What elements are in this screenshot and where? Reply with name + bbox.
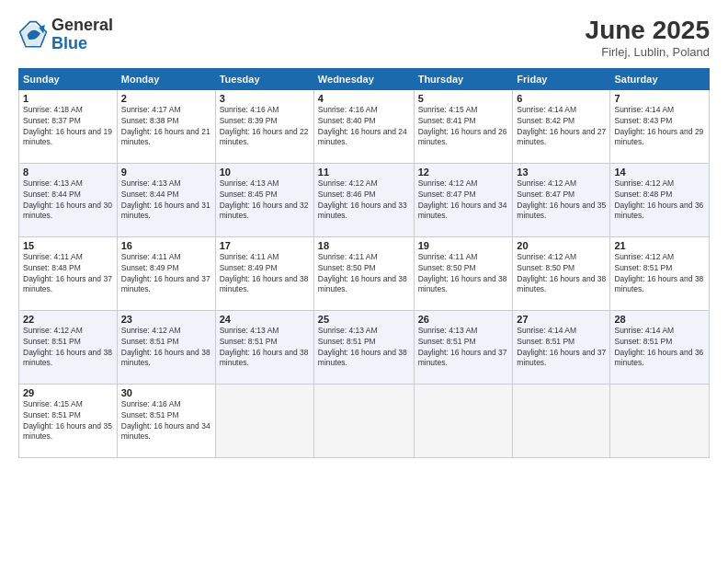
day-info: Sunrise: 4:11 AMSunset: 8:50 PMDaylight:… [418, 252, 509, 296]
calendar-cell: 26Sunrise: 4:13 AMSunset: 8:51 PMDayligh… [414, 310, 513, 384]
page-title: June 2025 [586, 17, 710, 45]
day-number: 29 [23, 387, 113, 398]
day-info: Sunrise: 4:12 AMSunset: 8:50 PMDaylight:… [517, 252, 606, 296]
day-info: Sunrise: 4:16 AMSunset: 8:39 PMDaylight:… [220, 105, 310, 149]
calendar-body: 1Sunrise: 4:18 AMSunset: 8:37 PMDaylight… [19, 89, 710, 457]
col-tuesday: Tuesday [215, 68, 313, 89]
day-info: Sunrise: 4:12 AMSunset: 8:51 PMDaylight:… [614, 252, 705, 296]
day-number: 7 [614, 93, 705, 104]
day-number: 4 [318, 93, 410, 104]
day-info: Sunrise: 4:15 AMSunset: 8:41 PMDaylight:… [418, 105, 509, 149]
calendar-week-row: 1Sunrise: 4:18 AMSunset: 8:37 PMDaylight… [19, 89, 710, 163]
calendar-week-row: 8Sunrise: 4:13 AMSunset: 8:44 PMDaylight… [19, 163, 710, 236]
calendar-cell: 19Sunrise: 4:11 AMSunset: 8:50 PMDayligh… [414, 236, 513, 310]
day-number: 20 [517, 240, 606, 251]
calendar-cell [414, 384, 513, 457]
page-subtitle: Firlej, Lublin, Poland [586, 45, 710, 59]
calendar-cell: 12Sunrise: 4:12 AMSunset: 8:47 PMDayligh… [414, 163, 513, 236]
day-info: Sunrise: 4:13 AMSunset: 8:44 PMDaylight:… [121, 178, 211, 223]
calendar-cell: 21Sunrise: 4:12 AMSunset: 8:51 PMDayligh… [610, 236, 710, 310]
day-info: Sunrise: 4:15 AMSunset: 8:51 PMDaylight:… [23, 399, 113, 443]
calendar-header: Sunday Monday Tuesday Wednesday Thursday… [19, 68, 710, 89]
calendar-cell: 14Sunrise: 4:12 AMSunset: 8:48 PMDayligh… [610, 163, 710, 236]
calendar-cell: 25Sunrise: 4:13 AMSunset: 8:51 PMDayligh… [313, 310, 414, 384]
logo-text: General Blue [51, 17, 113, 53]
day-info: Sunrise: 4:14 AMSunset: 8:51 PMDaylight:… [517, 326, 606, 370]
day-number: 27 [517, 314, 606, 325]
day-info: Sunrise: 4:12 AMSunset: 8:51 PMDaylight:… [121, 326, 211, 370]
col-wednesday: Wednesday [313, 68, 414, 89]
col-friday: Friday [513, 68, 610, 89]
day-info: Sunrise: 4:17 AMSunset: 8:38 PMDaylight:… [121, 105, 211, 149]
calendar-cell: 24Sunrise: 4:13 AMSunset: 8:51 PMDayligh… [215, 310, 313, 384]
calendar-cell: 22Sunrise: 4:12 AMSunset: 8:51 PMDayligh… [19, 310, 118, 384]
day-info: Sunrise: 4:13 AMSunset: 8:51 PMDaylight:… [418, 326, 509, 370]
day-number: 1 [23, 93, 113, 104]
day-info: Sunrise: 4:11 AMSunset: 8:49 PMDaylight:… [220, 252, 310, 296]
calendar-cell: 28Sunrise: 4:14 AMSunset: 8:51 PMDayligh… [610, 310, 710, 384]
calendar-cell: 27Sunrise: 4:14 AMSunset: 8:51 PMDayligh… [513, 310, 610, 384]
calendar-cell [313, 384, 414, 457]
day-info: Sunrise: 4:12 AMSunset: 8:51 PMDaylight:… [23, 326, 113, 370]
calendar-cell: 16Sunrise: 4:11 AMSunset: 8:49 PMDayligh… [117, 236, 215, 310]
calendar-cell: 6Sunrise: 4:14 AMSunset: 8:42 PMDaylight… [513, 89, 610, 163]
day-info: Sunrise: 4:12 AMSunset: 8:46 PMDaylight:… [318, 178, 410, 223]
calendar-cell: 8Sunrise: 4:13 AMSunset: 8:44 PMDaylight… [19, 163, 118, 236]
calendar-week-row: 29Sunrise: 4:15 AMSunset: 8:51 PMDayligh… [19, 384, 710, 457]
day-number: 9 [121, 167, 211, 178]
day-info: Sunrise: 4:11 AMSunset: 8:48 PMDaylight:… [23, 252, 113, 296]
day-number: 10 [220, 167, 310, 178]
day-number: 26 [418, 314, 509, 325]
calendar-cell: 23Sunrise: 4:12 AMSunset: 8:51 PMDayligh… [117, 310, 215, 384]
logo-icon [18, 20, 48, 50]
logo-blue: Blue [51, 35, 113, 53]
day-info: Sunrise: 4:13 AMSunset: 8:51 PMDaylight:… [318, 326, 410, 370]
day-number: 19 [418, 240, 509, 251]
calendar-cell: 18Sunrise: 4:11 AMSunset: 8:50 PMDayligh… [313, 236, 414, 310]
day-number: 28 [614, 314, 705, 325]
day-number: 25 [318, 314, 410, 325]
calendar-cell [215, 384, 313, 457]
calendar-cell [513, 384, 610, 457]
col-monday: Monday [117, 68, 215, 89]
calendar-cell: 29Sunrise: 4:15 AMSunset: 8:51 PMDayligh… [19, 384, 118, 457]
day-info: Sunrise: 4:12 AMSunset: 8:47 PMDaylight:… [418, 178, 509, 223]
day-number: 30 [121, 387, 211, 398]
day-number: 5 [418, 93, 509, 104]
calendar-cell: 10Sunrise: 4:13 AMSunset: 8:45 PMDayligh… [215, 163, 313, 236]
day-number: 23 [121, 314, 211, 325]
calendar-cell [610, 384, 710, 457]
calendar-cell: 15Sunrise: 4:11 AMSunset: 8:48 PMDayligh… [19, 236, 118, 310]
calendar-cell: 13Sunrise: 4:12 AMSunset: 8:47 PMDayligh… [513, 163, 610, 236]
day-number: 17 [220, 240, 310, 251]
day-number: 8 [23, 167, 113, 178]
col-sunday: Sunday [19, 68, 118, 89]
col-saturday: Saturday [610, 68, 710, 89]
day-info: Sunrise: 4:14 AMSunset: 8:51 PMDaylight:… [614, 326, 705, 370]
calendar-cell: 5Sunrise: 4:15 AMSunset: 8:41 PMDaylight… [414, 89, 513, 163]
calendar-cell: 2Sunrise: 4:17 AMSunset: 8:38 PMDaylight… [117, 89, 215, 163]
calendar-cell: 4Sunrise: 4:16 AMSunset: 8:40 PMDaylight… [313, 89, 414, 163]
calendar-cell: 17Sunrise: 4:11 AMSunset: 8:49 PMDayligh… [215, 236, 313, 310]
day-number: 11 [318, 167, 410, 178]
day-number: 2 [121, 93, 211, 104]
day-number: 22 [23, 314, 113, 325]
day-info: Sunrise: 4:16 AMSunset: 8:51 PMDaylight:… [121, 399, 211, 443]
logo: General Blue [18, 17, 113, 53]
header-row: Sunday Monday Tuesday Wednesday Thursday… [19, 68, 710, 89]
day-number: 13 [517, 167, 606, 178]
day-info: Sunrise: 4:12 AMSunset: 8:48 PMDaylight:… [614, 178, 705, 223]
day-number: 18 [318, 240, 410, 251]
day-number: 16 [121, 240, 211, 251]
day-number: 24 [220, 314, 310, 325]
calendar-cell: 1Sunrise: 4:18 AMSunset: 8:37 PMDaylight… [19, 89, 118, 163]
day-number: 3 [220, 93, 310, 104]
calendar-week-row: 15Sunrise: 4:11 AMSunset: 8:48 PMDayligh… [19, 236, 710, 310]
day-info: Sunrise: 4:11 AMSunset: 8:50 PMDaylight:… [318, 252, 410, 296]
col-thursday: Thursday [414, 68, 513, 89]
calendar-cell: 11Sunrise: 4:12 AMSunset: 8:46 PMDayligh… [313, 163, 414, 236]
day-number: 6 [517, 93, 606, 104]
day-info: Sunrise: 4:14 AMSunset: 8:42 PMDaylight:… [517, 105, 606, 149]
page: General Blue June 2025 Firlej, Lublin, P… [0, 0, 728, 563]
calendar-cell: 9Sunrise: 4:13 AMSunset: 8:44 PMDaylight… [117, 163, 215, 236]
